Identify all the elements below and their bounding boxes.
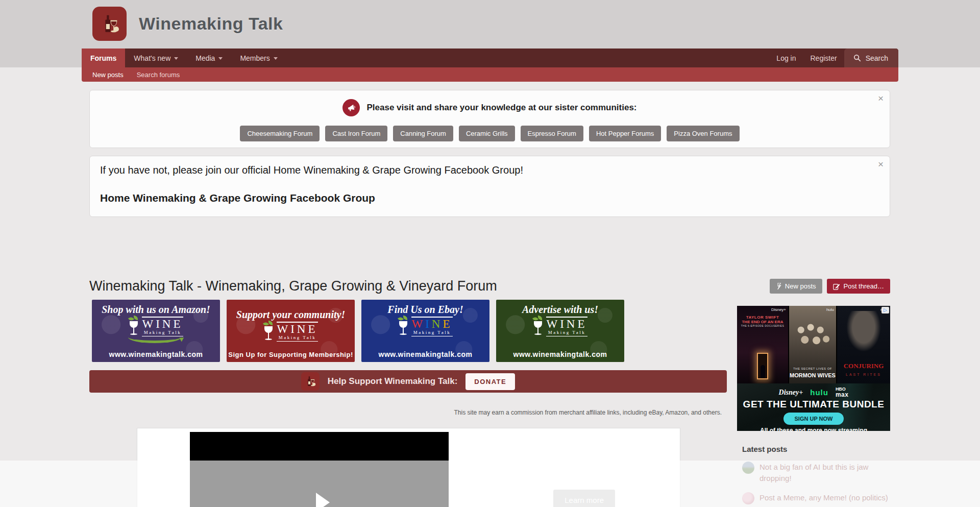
ebay-banner[interactable]: Find Us on Ebay! WINE Making Talk www.wi… [361,300,489,362]
tab-media[interactable]: Media [187,49,231,67]
poster-text: TAYLOR SWIFT [737,315,788,320]
ad-subline: All of these and more now streaming [737,427,890,431]
sister-forum-button-espresso[interactable]: Espresso Forum [521,126,583,141]
page-title-row: Winemaking Talk - Winemaking, Grape Grow… [89,278,890,294]
wine-glass-icon [398,318,408,335]
subnav-new-posts[interactable]: New posts [86,71,130,79]
list-item: Not a big fan of AI but this is jaw drop… [742,462,895,484]
chevron-down-icon [274,57,278,60]
facebook-group-link[interactable]: Home Winemaking & Grape Growing Facebook… [100,192,375,204]
amazon-banner-footer: www.winemakingtalk.com [92,350,220,358]
wmt-wine-word: WINE [277,323,317,335]
amazon-banner[interactable]: Shop with us on Amazon! WINE Making Talk… [92,300,220,362]
search-icon [853,54,861,62]
tab-whats-new-label: What's new [134,54,170,62]
wmt-sub-word: Making Talk [277,335,317,342]
ad-headline: GET THE ULTIMATE BUNDLE [737,399,890,410]
membership-banner[interactable]: Support your community! WINE Making Talk… [227,300,355,362]
nav-spacer [286,49,770,67]
site-logo-icon [301,372,320,391]
sister-forum-button-cast-iron[interactable]: Cast Iron Forum [325,126,387,141]
sister-forum-button-canning[interactable]: Canning Forum [393,126,453,141]
donate-button[interactable]: DONATE [465,373,515,390]
wmt-wine-word: WINE [546,318,587,330]
sister-forum-button-cheesemaking[interactable]: Cheesemaking Forum [240,126,320,141]
wine-glass-icon [533,318,543,335]
hulu-poster: hulu THE SECRET LIVES OF MORMON WIVES [789,306,836,383]
site-title[interactable]: Winemaking Talk [139,14,283,34]
close-icon[interactable]: × [878,159,884,169]
tab-media-label: Media [195,54,215,62]
streaming-bundle-ad[interactable]: Disney+ TAYLOR SWIFT THE END OF AN ERA T… [737,306,890,431]
new-posts-label: New posts [785,282,816,290]
streaming-logos-row: Disney+ hulu HBO max [737,383,890,398]
wmt-logo: WINE Making Talk [263,322,317,342]
play-icon[interactable] [316,493,330,507]
donate-bar: Help Support Winemaking Talk: DONATE [89,370,727,393]
adchoices-icon[interactable]: ▷ [881,307,889,313]
donate-label: Help Support Winemaking Talk: [328,376,458,387]
horror-face-graphic [846,311,881,352]
wmt-wine-word-ebay: WINE [411,318,452,330]
hulu-logo: hulu [810,388,828,397]
latest-posts-title: Latest posts [742,445,895,453]
ad-posters-row: Disney+ TAYLOR SWIFT THE END OF AN ERA T… [737,306,890,383]
ebay-banner-footer: www.winemakingtalk.com [361,350,489,358]
hulu-logo: hulu [826,307,834,312]
site-header: Winemaking Talk [92,7,283,41]
sign-up-now-button[interactable]: SIGN UP NOW [783,413,844,425]
membership-banner-footer: Sign Up for Supporting Membership! [227,351,355,358]
poster-text: MORMON WIVES [789,372,836,378]
tab-forums[interactable]: Forums [82,49,125,67]
tab-forums-label: Forums [90,54,116,62]
search-button[interactable]: Search [844,49,898,67]
wmt-sub-word: Making Talk [546,330,587,336]
poster-text: LAST RITES [837,373,890,376]
sister-forum-button-pizza-oven[interactable]: Pizza Oven Forums [667,126,739,141]
site-logo-icon[interactable] [92,7,127,41]
tab-members[interactable]: Members [231,49,286,67]
login-link[interactable]: Log in [769,49,803,67]
ebay-banner-headline: Find Us on Ebay! [387,304,463,316]
video-ad-card: Learn more [137,428,680,507]
title-buttons: New posts Post thread… [770,279,890,294]
post-link[interactable]: Not a big fan of AI but this is jaw drop… [760,462,895,484]
chevron-down-icon [218,57,223,60]
main-navbar: Forums What's new Media Members Log in R… [82,49,898,67]
hbo-max-logo: HBO max [836,387,849,398]
sister-forum-button-hot-pepper[interactable]: Hot Pepper Forums [589,126,661,141]
advertise-banner[interactable]: Advertise with us! WINE Making Talk www.… [496,300,624,362]
bolt-icon [776,283,781,289]
chevron-down-icon [174,57,178,60]
promo-banner-row: Shop with us on Amazon! WINE Making Talk… [92,300,624,362]
membership-banner-headline: Support your community! [236,309,345,321]
edit-pencil-icon [833,283,840,290]
sister-forum-button-ceramic-grills[interactable]: Ceramic Grills [459,126,515,141]
search-label: Search [866,54,888,62]
tab-whats-new[interactable]: What's new [125,49,187,67]
amazon-banner-headline: Shop with us on Amazon! [102,304,210,316]
post-thread-button[interactable]: Post thread… [827,279,891,294]
sister-buttons-row: Cheesemaking Forum Cast Iron Forum Canni… [90,126,890,141]
sister-message-row: Please visit and share your knowledge at… [90,99,890,116]
close-icon[interactable]: × [878,93,884,103]
facebook-group-notice: × If you have not, please join our offic… [89,156,890,217]
post-thread-label: Post thread… [844,282,885,290]
learn-more-button[interactable]: Learn more [553,490,615,507]
glowing-door-graphic [757,353,768,379]
advertise-banner-footer: www.winemakingtalk.com [496,350,624,358]
avatar[interactable] [742,462,754,474]
wine-bottle-glass-icon [98,12,121,36]
post-link[interactable]: Post a Meme, any Meme! (no politics) [760,492,888,504]
max-poster: max CONJURING LAST RITES ▷ [837,306,890,383]
subnav-search-forums[interactable]: Search forums [130,71,187,79]
page-title: Winemaking Talk - Winemaking, Grape Grow… [89,278,497,294]
register-link[interactable]: Register [803,49,844,67]
poster-text: CONJURING [837,363,890,369]
ad-bundle-panel: Disney+ hulu HBO max GET THE ULTIMATE BU… [737,383,890,431]
cast-photo-graphic [793,320,832,353]
facebook-message: If you have not, please join our officia… [100,164,879,176]
page: Winemaking Talk Forums What's new Media … [0,0,980,507]
new-posts-button[interactable]: New posts [770,279,822,294]
avatar[interactable] [742,492,754,504]
